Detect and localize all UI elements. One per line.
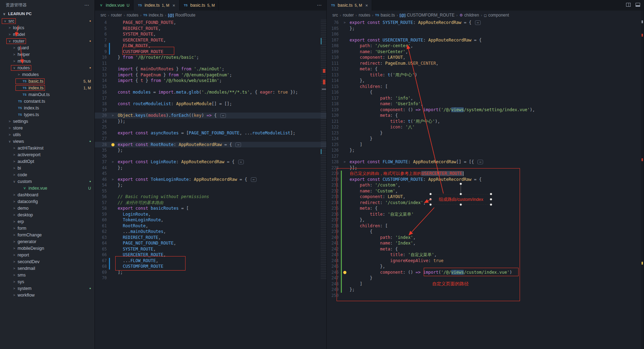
breadcrumb-item-index.ts[interactable]: TSindex.ts	[143, 13, 163, 18]
chevron-right-icon[interactable]: >	[12, 267, 16, 270]
tree-folder-demo[interactable]: >demo	[0, 205, 95, 211]
fold-collapsed-icon[interactable]: >	[110, 113, 116, 119]
code-line-238[interactable]: 238 children: [	[327, 223, 644, 229]
code-line-228[interactable]: 228}];	[327, 165, 644, 171]
code-line-58[interactable]: 58export const basicRoutes = [	[95, 205, 326, 211]
code-line-76[interactable]: 76>export const SYSTEM_ROUTE: AppRouteRe…	[327, 20, 644, 26]
breadcrumb-item-src[interactable]: src	[332, 13, 338, 18]
code-line-68[interactable]: 68 CUSTOMFORM_ROUTE	[95, 264, 326, 269]
folded-code-ellipsis-icon[interactable]: ⋯	[235, 142, 241, 147]
code-line-123[interactable]: 123 }	[327, 130, 644, 136]
chevron-down-icon[interactable]: ∨	[8, 140, 12, 143]
tab-basic.ts[interactable]: TSbasic.ts5, M×	[327, 0, 372, 11]
tree-folder-system[interactable]: >system●	[0, 285, 95, 292]
tree-folder-views[interactable]: ∨views●	[0, 138, 95, 145]
tree-folder-code[interactable]: >code	[0, 171, 95, 178]
code-editor-basic-ts[interactable]: 76>export const SYSTEM_ROUTE: AppRouteRe…	[327, 20, 644, 298]
close-tab-icon[interactable]: ×	[173, 3, 175, 8]
code-line-236[interactable]: 236 title: '自定义菜单'	[327, 211, 644, 217]
breadcrumb-item-router[interactable]: router	[111, 13, 122, 18]
code-line-108[interactable]: 108 path: '/user-center',	[327, 43, 644, 49]
code-line-16[interactable]: 16const modules = import.meta.glob('./mo…	[95, 89, 326, 95]
code-line-24[interactable]: 24});	[95, 119, 326, 125]
tab-basic.ts[interactable]: TSbasic.ts5, M	[180, 0, 219, 11]
code-line-117[interactable]: 117 path: 'info',	[327, 95, 644, 101]
tree-folder-logics[interactable]: >logics	[0, 24, 95, 31]
code-line-11[interactable]: 11	[95, 61, 326, 66]
code-line-229[interactable]: 229自己定义的路由，格式可以参考上面的USERCENTER_ROUTE	[327, 171, 644, 177]
code-line-113[interactable]: 113 title: t('用户中心')	[327, 72, 644, 78]
breadcrumb-item-router[interactable]: router	[343, 13, 354, 18]
code-line-127[interactable]: 127	[327, 153, 644, 159]
fold-collapsed-icon[interactable]: >	[342, 159, 347, 165]
tree-file-constant.ts[interactable]: TSconstant.ts	[0, 98, 95, 104]
code-line-56[interactable]: 56// Basic routing without permissions	[95, 194, 326, 200]
code-line-15[interactable]: 15	[95, 84, 326, 90]
code-line-46[interactable]: 46>export const TokenLoginRoute: AppRout…	[95, 177, 326, 183]
fold-collapsed-icon[interactable]: >	[342, 20, 347, 26]
tree-folder-dataconfig[interactable]: >dataconfig	[0, 198, 95, 205]
code-line-55[interactable]: 55	[95, 188, 326, 194]
code-line-19[interactable]: 19	[95, 107, 326, 113]
tree-folder-report[interactable]: >report	[0, 252, 95, 258]
code-line-125[interactable]: 125 ]	[327, 142, 644, 148]
code-line-241[interactable]: 241 name: 'Index',	[327, 240, 644, 246]
code-line-243[interactable]: 243 title: '自定义菜单',	[327, 252, 644, 258]
chevron-right-icon[interactable]: >	[12, 166, 16, 170]
code-line-235[interactable]: 235 meta: {	[327, 205, 644, 211]
code-line-62[interactable]: 62 ...mainOutRoutes,	[95, 229, 326, 235]
folded-code-ellipsis-icon[interactable]: ⋯	[251, 177, 256, 182]
split-editor-icon[interactable]	[626, 3, 631, 7]
chevron-right-icon[interactable]: >	[8, 133, 12, 137]
code-line-114[interactable]: 114 },	[327, 78, 644, 84]
chevron-right-icon[interactable]: >	[12, 53, 16, 56]
tab-index.ts[interactable]: TSindex.ts1, M×	[134, 0, 179, 11]
code-line-121[interactable]: 121 title: t('用户中心'),	[327, 119, 644, 125]
code-line-70[interactable]: 70	[95, 275, 326, 281]
code-line-247[interactable]: 247 }	[327, 275, 644, 281]
code-line-240[interactable]: 240 path: 'index',	[327, 235, 644, 241]
code-line-36[interactable]: 36	[95, 153, 326, 159]
breadcrumb-item-basic.ts[interactable]: TSbasic.ts	[375, 13, 395, 18]
code-line-25[interactable]: 25	[95, 124, 326, 130]
code-line-69[interactable]: 69];	[95, 269, 326, 275]
fold-collapsed-icon[interactable]: >	[110, 159, 116, 165]
code-line-116[interactable]: 116 {	[327, 89, 644, 95]
tree-folder-settings[interactable]: >settings	[0, 118, 95, 125]
code-line-59[interactable]: 59 LoginRoute,	[95, 211, 326, 217]
chevron-down-icon[interactable]: ∨	[12, 66, 16, 70]
tree-folder-secondDev[interactable]: >secondDev	[0, 258, 95, 265]
code-line-13[interactable]: 13import { PageEnum } from '/@/enums/pag…	[95, 72, 326, 78]
code-line-232[interactable]: 232 name: 'Custom',	[327, 188, 644, 194]
chevron-right-icon[interactable]: >	[12, 207, 16, 210]
code-line-110[interactable]: 110 component: LAYOUT,	[327, 55, 644, 61]
chevron-right-icon[interactable]: >	[12, 160, 16, 163]
code-line-4[interactable]: 4 PAGE_NOT_FOUND_ROUTE,	[95, 20, 326, 26]
code-line-244[interactable]: 244 ignoreKeepAlive: true	[327, 258, 644, 264]
code-line-9[interactable]: 9 CUSTOMFORM_ROUTE	[95, 49, 326, 55]
code-line-66[interactable]: 66 USERCENTER_ROUTE,	[95, 252, 326, 258]
code-line-60[interactable]: 60 TokenLoginRoute,	[95, 217, 326, 223]
code-line-246[interactable]: 246 component: () => import('/@/views/cu…	[327, 269, 644, 275]
tree-folder-store[interactable]: >store	[0, 125, 95, 131]
code-line-128[interactable]: 128>export const FLOW_ROUTE: AppRouteRec…	[327, 159, 644, 165]
chevron-right-icon[interactable]: >	[12, 260, 16, 264]
chevron-right-icon[interactable]: >	[12, 227, 16, 230]
customize-layout-icon[interactable]	[636, 3, 640, 7]
tree-file-index.ts[interactable]: TSindex.ts1, M	[0, 84, 95, 91]
code-editor-index-ts[interactable]: 4 PAGE_NOT_FOUND_ROUTE,5 REDIRECT_ROUTE,…	[95, 20, 326, 281]
code-line-27[interactable]: 27	[95, 136, 326, 142]
tree-file-basic.ts[interactable]: TSbasic.ts5, M	[0, 78, 95, 84]
code-line-234[interactable]: 234 redirect: '/custom/index',	[327, 200, 644, 206]
code-line-64[interactable]: 64 PAGE_NOT_FOUND_ROUTE,	[95, 240, 326, 246]
chevron-right-icon[interactable]: >	[12, 233, 16, 237]
tree-folder-mobileDesign[interactable]: >mobileDesign	[0, 245, 95, 252]
code-line-119[interactable]: 119 component: () => import('/@/views/sy…	[327, 107, 644, 113]
code-line-37[interactable]: 37>export const LoginRoute: AppRouteReco…	[95, 159, 326, 165]
chevron-right-icon[interactable]: >	[12, 273, 16, 277]
chevron-right-icon[interactable]: >	[12, 240, 16, 243]
code-line-231[interactable]: 231 path: '/custom',	[327, 182, 644, 188]
tree-folder-generator[interactable]: >generator	[0, 238, 95, 245]
breadcrumb-item-routes[interactable]: routes	[359, 13, 370, 18]
code-line-111[interactable]: 111 redirect: PageEnum.USER_CENTER,	[327, 61, 644, 66]
